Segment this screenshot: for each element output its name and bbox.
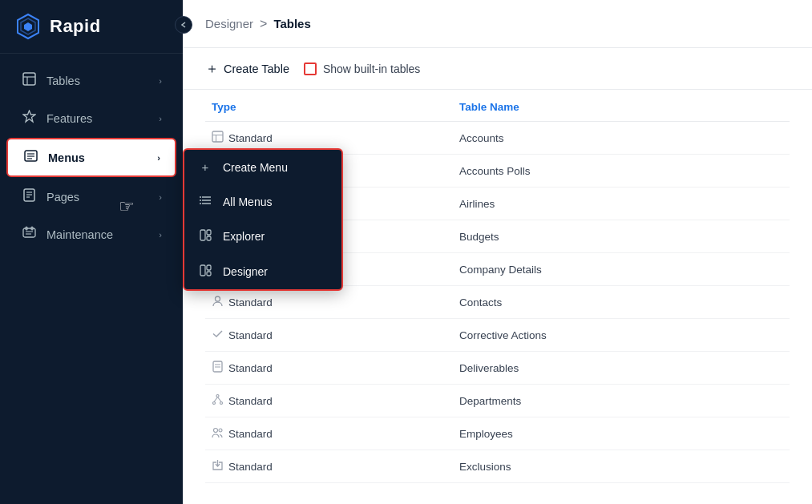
- row-type-icon: [212, 459, 224, 474]
- svg-rect-30: [207, 265, 211, 270]
- type-cell: Standard: [205, 319, 453, 352]
- row-type: Standard: [228, 132, 273, 144]
- dropdown-create-menu[interactable]: + Create Menu: [184, 150, 341, 184]
- table-name-cell: Accounts: [453, 122, 790, 155]
- svg-marker-6: [23, 111, 35, 122]
- dropdown-explorer[interactable]: Explorer: [184, 219, 341, 254]
- table-name-cell: Budgets: [453, 220, 790, 253]
- type-cell: Standard: [205, 352, 453, 385]
- type-cell: Standard: [205, 450, 453, 483]
- sidebar-item-features[interactable]: Features ›: [6, 100, 176, 136]
- sidebar-item-maintenance[interactable]: Maintenance ›: [6, 216, 176, 252]
- sidebar-item-menus[interactable]: Menus ›: [6, 138, 176, 177]
- dropdown-designer[interactable]: Designer: [184, 254, 341, 289]
- row-type-icon: [212, 426, 224, 441]
- topbar: Designer > Tables: [183, 0, 812, 48]
- create-table-button[interactable]: ＋ Create Table: [205, 59, 289, 78]
- menus-icon: [22, 149, 38, 166]
- explorer-label: Explorer: [223, 230, 265, 243]
- table-name-cell: Employees: [453, 417, 790, 450]
- sidebar: Rapid Tables › Features ›: [0, 0, 183, 504]
- sidebar-item-maintenance-label: Maintenance: [46, 228, 113, 241]
- svg-rect-31: [207, 272, 211, 276]
- pages-icon: [21, 188, 37, 205]
- logo-text: Rapid: [50, 16, 101, 37]
- svg-line-54: [214, 397, 218, 402]
- sidebar-item-menus-label: Menus: [48, 151, 85, 164]
- toolbar: ＋ Create Table Show built-in tables: [183, 48, 812, 90]
- svg-rect-29: [200, 265, 205, 276]
- row-type: Standard: [228, 362, 273, 374]
- svg-point-47: [216, 296, 220, 301]
- row-type-icon: [212, 328, 224, 342]
- svg-rect-27: [207, 230, 211, 235]
- all-menus-label: All Menus: [223, 196, 272, 208]
- designer-icon: [197, 264, 213, 279]
- sidebar-collapse-button[interactable]: [175, 16, 192, 34]
- sidebar-item-tables-label: Tables: [46, 75, 80, 87]
- plus-icon: +: [197, 160, 213, 174]
- table-name-cell: Contacts: [453, 286, 790, 319]
- dropdown-all-menus[interactable]: All Menus: [184, 184, 341, 219]
- table-name-cell: Deliverables: [453, 352, 790, 385]
- row-type-icon: [212, 131, 224, 145]
- svg-point-53: [220, 402, 223, 405]
- sidebar-item-features-label: Features: [46, 112, 92, 125]
- table-name-cell: Airlines: [453, 187, 790, 220]
- plus-icon: ＋: [205, 59, 219, 78]
- sidebar-item-pages-label: Pages: [46, 191, 79, 204]
- features-icon: [21, 110, 37, 127]
- rapid-logo-icon: [14, 13, 42, 40]
- table-row[interactable]: Standard Exclusions: [205, 450, 790, 483]
- svg-rect-3: [23, 73, 35, 85]
- list-icon: [197, 195, 213, 208]
- svg-point-25: [200, 203, 201, 204]
- explorer-icon: [197, 229, 213, 244]
- type-cell: Standard: [205, 385, 453, 417]
- table-row[interactable]: Standard Deliverables: [205, 352, 790, 385]
- pages-chevron-icon: ›: [159, 192, 162, 202]
- svg-rect-15: [23, 228, 35, 237]
- row-type-icon: [212, 393, 224, 408]
- show-builtin-label: Show built-in tables: [323, 62, 420, 75]
- svg-rect-28: [207, 236, 211, 240]
- table-name-cell: Departments: [453, 385, 790, 417]
- sidebar-nav: Tables › Features › Menus ›: [0, 54, 183, 253]
- designer-label: Designer: [223, 265, 268, 278]
- row-type: Standard: [228, 296, 273, 308]
- row-type: Standard: [228, 461, 273, 473]
- col-table-name: Table Name: [453, 90, 790, 122]
- svg-point-56: [214, 429, 218, 433]
- svg-line-55: [218, 397, 222, 402]
- breadcrumb: Designer > Tables: [205, 17, 311, 31]
- svg-point-57: [219, 429, 222, 432]
- row-type: Standard: [228, 329, 273, 341]
- row-type-icon: [212, 361, 224, 375]
- svg-point-23: [200, 196, 201, 198]
- row-type-icon: [212, 295, 224, 309]
- menus-chevron-icon: ›: [157, 153, 160, 163]
- show-builtin-tables[interactable]: Show built-in tables: [304, 62, 420, 75]
- maintenance-chevron-icon: ›: [159, 230, 162, 240]
- table-row[interactable]: Standard Departments: [205, 385, 790, 417]
- sidebar-item-pages[interactable]: Pages ›: [6, 179, 176, 215]
- svg-point-52: [213, 402, 216, 405]
- svg-rect-26: [200, 230, 205, 240]
- col-type: Type: [205, 90, 453, 122]
- create-menu-label: Create Menu: [223, 161, 288, 174]
- features-chevron-icon: ›: [159, 114, 162, 123]
- table-row[interactable]: Standard Corrective Actions: [205, 319, 790, 352]
- row-type: Standard: [228, 428, 273, 440]
- sidebar-item-tables[interactable]: Tables ›: [6, 62, 176, 99]
- show-builtin-checkbox[interactable]: [304, 62, 317, 75]
- create-table-label: Create Table: [224, 62, 289, 75]
- type-cell: Standard: [205, 417, 453, 450]
- svg-rect-32: [212, 131, 223, 142]
- breadcrumb-separator: >: [260, 17, 267, 31]
- row-type: Standard: [228, 395, 273, 407]
- table-name-cell: Exclusions: [453, 450, 790, 483]
- breadcrumb-current: Tables: [273, 17, 310, 30]
- table-name-cell: Corrective Actions: [453, 319, 790, 352]
- table-name-cell: Accounts Polls: [453, 155, 790, 187]
- table-row[interactable]: Standard Employees: [205, 417, 790, 450]
